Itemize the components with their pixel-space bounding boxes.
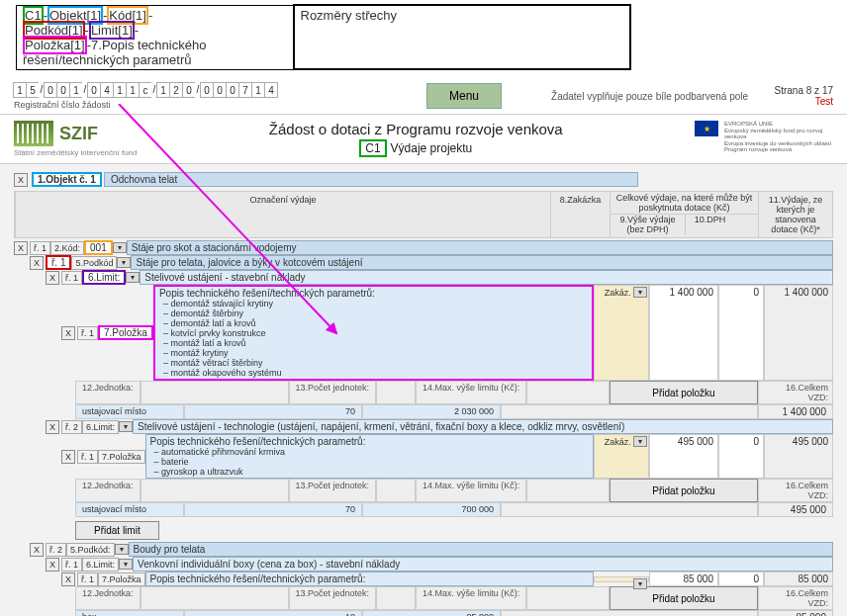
p3-max: 85 000 [362,610,501,616]
podkod2-label: 5.Podkód: [66,543,115,557]
th-zakazka: 8.Zakázka [550,192,610,237]
anno-cell2: Rozměry střechy [301,8,398,23]
kod-value: 001 [84,240,113,255]
th-11: 11.Výdaje, ze kterých je stanovena dotac… [758,192,832,237]
polozka3-v10[interactable]: 0 [718,572,764,586]
eu-flag-icon: ★ [695,121,718,136]
limit2-label: 6.Limit: [82,420,119,434]
delete-limit1-button[interactable]: X [46,271,59,285]
polozka2-label: 7.Položka [98,450,145,464]
polozka1-zakazka[interactable]: Zakáz. 1▾ [594,285,649,381]
delete-podkod2-button[interactable]: X [30,543,44,557]
limit2-rownum: ř. 2 [61,420,82,434]
podkod1-desc: Stáje pro telata, jalovice a býky v kotc… [131,255,833,270]
delete-polozka2-button[interactable]: X [61,450,75,464]
podkod1-label: 5.Podkód [71,256,117,270]
delete-limit2-button[interactable]: X [46,420,59,434]
polozka2-v9[interactable]: 495 000 [649,434,718,479]
p3-jedn-lab: 12.Jednotka: [75,586,141,610]
polozka2-title: Popis technického řešení/technických par… [150,436,589,447]
expense-table-header: Označení výdaje 8.Zakázka Celkové výdaje… [14,191,833,238]
p3-pj-lab: 13.Počet jednotek: [289,586,377,610]
polozka1-v10[interactable]: 0 [718,285,764,381]
polozka2-desc[interactable]: Popis technického řešení/technických par… [145,434,594,479]
polozka3-v9[interactable]: 85 000 [649,572,718,586]
p1-max: 2 030 000 [362,404,501,419]
podkod1-rownum: ř. 1 [46,255,71,270]
test-badge: Test [775,96,833,107]
delete-polozka1-button[interactable]: X [61,326,75,340]
limit3-rownum: ř. 1 [61,558,82,572]
delete-podkod-button[interactable]: X [30,256,44,270]
limit2-dropdown[interactable]: ▾ [119,421,133,432]
delete-object-button[interactable]: X [14,173,28,187]
p2-max-lab: 14.Max. výše limitu (Kč): [416,479,526,502]
polozka2-v10[interactable]: 0 [718,434,764,479]
polozka1-v11: 1 400 000 [764,285,833,381]
th-oznaceni: Označení výdaje [15,192,550,237]
add-polozka-button-2[interactable]: Přidat položku [610,479,758,502]
p2-max: 700 000 [362,502,501,517]
limit1-label: 6.Limit: [82,270,126,285]
polozka3-zakazka[interactable]: ▾ [594,576,649,582]
p2-pj: 70 [184,502,362,517]
form-page: X 1.Objekt č. 1 Odchovna telat Označení … [0,164,847,616]
polozka3-rownum: ř. 1 [77,572,98,586]
delete-kod-button[interactable]: X [14,241,28,255]
p2-pj-lab: 13.Počet jednotek: [289,479,377,502]
polozka2-rownum: ř. 1 [77,450,98,464]
add-limit-button-1[interactable]: Přidat limit [75,521,159,540]
registration-number: 15/001/0411c/120/000714 [14,82,278,98]
object-number: 1.Objekt č. 1 [32,172,102,187]
polozka3-label: 7.Položka [98,572,145,586]
p1-vzd: 1 400 000 [758,404,833,419]
p2-jedn: ustajovací místo [75,502,184,517]
delete-limit3-button[interactable]: X [46,558,59,572]
limit1-dropdown[interactable]: ▾ [126,272,140,283]
polozka3-v11: 85 000 [764,572,833,586]
annotation-table: C1-Objekt[1]-Kód[1]- Podkód[1]-Limit[1]-… [16,4,631,70]
menu-button[interactable]: Menu [426,83,502,109]
page-title: Žádost o dotaci z Programu rozvoje venko… [155,121,677,137]
p3-jedn: box [75,610,184,616]
p3-max-lab: 14.Max. výše limitu (Kč): [416,586,526,610]
polozka1-desc[interactable]: Popis technického řešení/technických par… [153,285,594,381]
th-10: 10.DPH [685,215,734,234]
p2-vzd: 495 000 [758,502,833,517]
p3-vzd: 85 000 [758,610,833,616]
polozka1-rownum: ř. 1 [77,326,98,340]
add-polozka-button-1[interactable]: Přidat položku [610,381,758,404]
th-celkove: Celkové výdaje, na které může být poskyt… [611,192,758,215]
kod-rownum: ř. 1 [30,241,50,255]
kod-desc: Stáje pro skot a stacionární vodojemy [127,240,833,255]
polozka2-zakazka[interactable]: Zakáz. 2▾ [594,434,649,479]
page-header: SZIF Státní zemědělský intervenční fond … [0,115,847,164]
polozka1-items: demontáž stávající krytinydemontáž štěrb… [159,299,588,378]
th-9: 9.Výše výdaje (bez DPH) [611,215,685,234]
add-polozka-button-3[interactable]: Přidat položku [610,586,758,610]
zak3-dropdown[interactable]: ▾ [633,578,647,589]
limit1-rownum: ř. 1 [61,271,82,285]
delete-polozka3-button[interactable]: X [61,572,75,586]
kod-dropdown[interactable]: ▾ [113,242,127,253]
limit3-dropdown[interactable]: ▾ [119,559,133,570]
page-subtitle: Výdaje projektu [391,141,473,155]
fill-hint: Žadatel vyplňuje pouze bíle podbarvená p… [551,91,748,102]
podkod1-dropdown[interactable]: ▾ [117,257,131,268]
limit3-desc: Venkovní individuální boxy (cena za box)… [133,557,833,572]
podkod2-rownum: ř. 2 [46,543,66,557]
polozka3-desc[interactable]: Popis technického řešení/technických par… [145,572,594,586]
szif-logo-sub: Státní zemědělský intervenční fond [14,148,138,157]
p1-max-lab: 14.Max. výše limitu (Kč): [416,381,526,404]
p3-vzd-lab: 16.Celkem VZD: [758,586,833,610]
podkod2-dropdown[interactable]: ▾ [115,544,129,555]
zak1-dropdown[interactable]: ▾ [633,287,647,298]
registration-label: Registrační číslo žádosti [14,100,278,110]
polozka1-v9[interactable]: 1 400 000 [649,285,718,381]
p1-jedn-lab: 12.Jednotka: [75,381,141,404]
object-name[interactable]: Odchovna telat [104,172,638,187]
zak2-dropdown[interactable]: ▾ [633,436,647,447]
eu-text: EVROPSKÁ UNIE Evropský zemědělský fond p… [724,121,833,153]
polozka2-items: automatické přihrnování krmivabateriegyr… [150,447,589,477]
szif-logo-icon [14,121,53,146]
